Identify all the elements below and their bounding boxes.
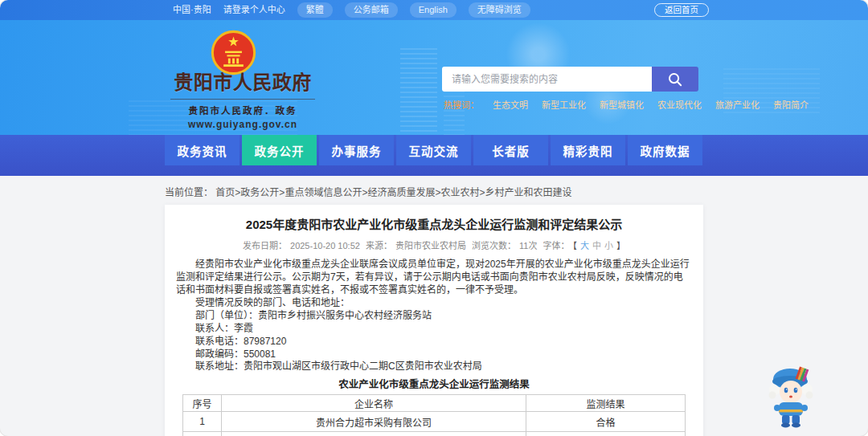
nav-tab[interactable]: 长者版	[473, 135, 548, 165]
mascot-character[interactable]	[765, 363, 817, 429]
main-nav: 政务资讯 政务公开 办事服务 互动交流 长者版 精	[0, 135, 868, 176]
font-size-small[interactable]: 小	[604, 241, 613, 251]
hot-word-link[interactable]: 新型城镇化	[600, 98, 644, 111]
publish-date-label: 发布日期：	[243, 241, 287, 251]
font-size-large[interactable]: 大	[580, 241, 589, 251]
article-body: 经贵阳市农业产业化市级重点龙头企业联席会议成员单位审定，现对2025年开展的农业…	[176, 259, 692, 373]
font-size-label: 字体：	[542, 241, 569, 251]
table-header-row: 序号 企业名称 监测结果	[183, 395, 686, 412]
article-card: 2025年度贵阳市农业产业化市级重点龙头企业运行监测和评定结果公示 发布日期：2…	[165, 205, 703, 436]
divider	[170, 99, 315, 100]
nav-tabs: 政务资讯 政务公开 办事服务 互动交流 长者版 精	[165, 135, 705, 165]
nav-tab-label: 互动交流	[409, 142, 459, 159]
hot-word-link[interactable]: 生态文明	[493, 98, 528, 111]
page: 中国·贵阳 请登录个人中心 繁體 公务邮箱 English 无障碍浏览 返回首页	[0, 0, 868, 436]
back-to-home-button[interactable]: 返回首页	[654, 3, 709, 17]
topbar-link[interactable]: 繁體	[297, 2, 333, 18]
nav-tab-label: 精彩贵阳	[563, 142, 613, 159]
breadcrumb: 当前位置： 首页>政务公开>重点领域信息公开>经济高质量发展>农业农村>乡村产业…	[165, 185, 571, 198]
publish-date: 2025-10-20 10:52	[290, 241, 360, 251]
breadcrumb-label: 当前位置：	[165, 187, 213, 198]
search-bar	[442, 67, 698, 92]
search-button[interactable]	[652, 67, 698, 92]
table-row: 2 贵州友禾种业有限公司 合格	[183, 432, 686, 436]
article-paragraph: 邮政编码：550081	[176, 348, 692, 361]
hot-word-link[interactable]: 农业现代化	[657, 98, 702, 111]
search-input[interactable]	[442, 67, 652, 92]
article-paragraph: 受理情况反映的部门、电话和地址：	[176, 297, 692, 310]
nav-tab[interactable]: 办事服务	[319, 135, 394, 165]
site-identity: 贵阳市人民政府 贵阳市人民政府．政务 www.guiyang.gov.cn	[166, 67, 320, 130]
header-company: 企业名称	[222, 395, 526, 412]
cell-company: 贵州合力超市采购有限公司	[222, 412, 526, 432]
site-url: www.guiyang.gov.cn	[166, 119, 320, 130]
site-subtitle: 贵阳市人民政府．政务	[166, 104, 320, 116]
bracket: 【	[572, 241, 577, 251]
nav-tab-label: 政府数据	[641, 142, 690, 159]
cell-result: 合格	[526, 432, 686, 436]
breadcrumb-path[interactable]: 首页>政务公开>重点领域信息公开>经济高质量发展>农业农村>乡村产业和农田建设	[215, 187, 571, 198]
topbar-links: 中国·贵阳 请登录个人中心 繁體 公务邮箱 English 无障碍浏览	[173, 2, 530, 18]
hot-words-label: 热搜词：	[444, 98, 479, 111]
hot-word-link[interactable]: 新型工业化	[542, 98, 586, 111]
topbar-link[interactable]: English	[410, 2, 457, 18]
bracket: 】	[616, 241, 625, 251]
source-label: 来源：	[366, 241, 392, 251]
skyline-decoration	[400, 48, 437, 135]
views-value: 11次	[519, 241, 537, 251]
cell-index: 2	[183, 432, 222, 436]
cell-company: 贵州友禾种业有限公司	[222, 432, 526, 436]
hot-word-link[interactable]: 贵阳简介	[773, 98, 809, 111]
source-value: 贵阳市农业农村局	[395, 241, 466, 251]
header-index: 序号	[183, 395, 222, 412]
monitoring-result-table: 序号 企业名称 监测结果 1 贵州合力超市采购有限公司 合格 2 贵州友禾种业	[182, 394, 686, 436]
article-meta: 发布日期：2025-10-20 10:52 来源：贵阳市农业农村局 浏览次数：1…	[176, 238, 692, 251]
top-utility-bar: 中国·贵阳 请登录个人中心 繁體 公务邮箱 English 无障碍浏览 返回首页	[0, 0, 868, 20]
nav-tab-label: 政务资讯	[178, 142, 227, 159]
nav-tab[interactable]: 互动交流	[396, 135, 471, 165]
hot-word-link[interactable]: 旅游产业化	[715, 98, 760, 111]
hot-search-words: 热搜词： 生态文明 新型工业化 新型城镇化 农业现代化 旅游产业化 贵阳简介	[444, 98, 809, 111]
nav-tab[interactable]: 政府数据	[628, 135, 702, 165]
search-icon	[667, 71, 683, 88]
table-caption: 农业产业化市级重点龙头企业运行监测结果	[176, 376, 692, 391]
article-paragraph: 联系地址：贵阳市观山湖区市级行政中心二期C区贵阳市农业农村局	[176, 361, 692, 373]
article-paragraph: 联系人：李霞	[176, 323, 692, 336]
article-paragraph: 联系电话：87987120	[176, 336, 692, 348]
table-row: 1 贵州合力超市采购有限公司 合格	[183, 412, 686, 432]
site-name: 贵阳市人民政府	[166, 67, 320, 95]
font-size-medium[interactable]: 中	[592, 241, 601, 251]
nav-tab[interactable]: 精彩贵阳	[551, 135, 625, 165]
nav-tab-label: 长者版	[492, 142, 530, 159]
cell-index: 1	[183, 412, 222, 432]
nav-tab[interactable]: 政务公开	[242, 135, 317, 165]
nav-tab-label: 办事服务	[332, 142, 382, 159]
topbar-link[interactable]: 中国·贵阳	[173, 4, 211, 16]
article-paragraph: 经贵阳市农业产业化市级重点龙头企业联席会议成员单位审定，现对2025年开展的农业…	[176, 259, 692, 296]
header-result: 监测结果	[526, 395, 686, 412]
article-title: 2025年度贵阳市农业产业化市级重点龙头企业运行监测和评定结果公示	[176, 215, 692, 232]
site-header: 贵阳市人民政府 贵阳市人民政府．政务 www.guiyang.gov.cn 热搜…	[0, 20, 868, 135]
cell-result: 合格	[526, 412, 686, 432]
topbar-link[interactable]: 请登录个人中心	[223, 4, 285, 16]
nav-tab[interactable]: 政务资讯	[165, 135, 240, 165]
views-label: 浏览次数：	[472, 241, 516, 251]
topbar-link[interactable]: 无障碍浏览	[469, 2, 530, 18]
nav-tab-label: 政务公开	[255, 142, 305, 159]
topbar-link[interactable]: 公务邮箱	[345, 2, 398, 18]
hot-words-list: 生态文明 新型工业化 新型城镇化 农业现代化 旅游产业化 贵阳简介	[493, 98, 809, 111]
article-paragraph: 部门（单位）：贵阳市乡村振兴服务中心农村经济服务站	[176, 310, 692, 323]
